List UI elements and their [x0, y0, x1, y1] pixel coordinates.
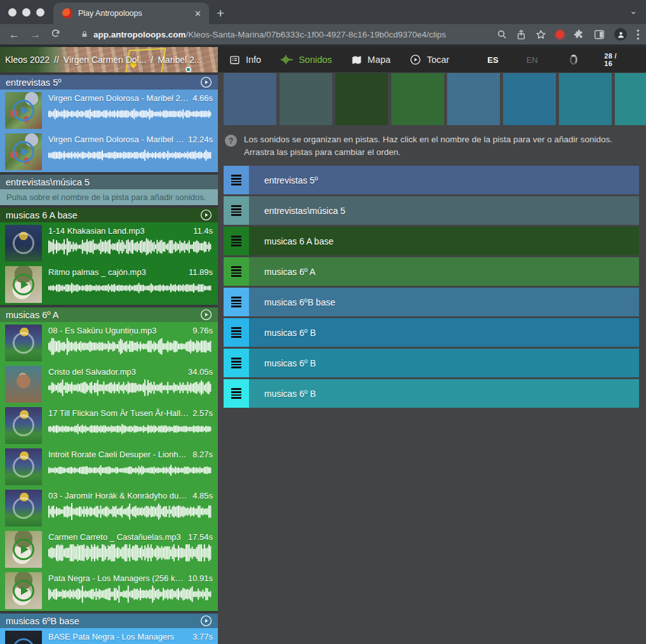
track-color-tile[interactable]: [335, 73, 388, 125]
track-name[interactable]: musicas 6º A: [264, 267, 316, 277]
track-bar[interactable]: musicas 6 A base: [249, 227, 639, 255]
clip-row[interactable]: Introit Rorate Caeli Desuper - Lionheart…: [5, 448, 213, 487]
tab-info[interactable]: Info: [229, 55, 261, 65]
track-section-name[interactable]: entrevistas\música 5: [6, 177, 90, 187]
clip-thumbnail[interactable]: [5, 366, 42, 403]
browser-tab[interactable]: Play Antropoloops ✕: [53, 3, 209, 24]
track-bar[interactable]: musicas 6º B: [249, 318, 639, 347]
window-controls[interactable]: [0, 0, 53, 24]
breadcrumb-album[interactable]: Virgen Carmen Dol...: [64, 55, 146, 65]
clip-thumbnail[interactable]: [5, 133, 42, 170]
forward-button[interactable]: →: [30, 29, 41, 40]
share-icon[interactable]: [516, 29, 526, 40]
track-row[interactable]: musicas 6 A base: [224, 227, 639, 255]
track-drag-handle[interactable]: [224, 227, 249, 255]
track-drag-handle[interactable]: [224, 318, 249, 347]
track-section-header[interactable]: entrevistas 5º: [0, 75, 218, 90]
track-play-icon[interactable]: [200, 209, 212, 221]
close-window-button[interactable]: [8, 8, 17, 17]
zoom-window-button[interactable]: [36, 8, 44, 17]
clip-row[interactable]: 17 Till Flickan Som Är Tusen År-Halling …: [5, 407, 213, 446]
clip-play-overlay-icon[interactable]: [13, 580, 34, 601]
clip-play-overlay-icon[interactable]: [13, 539, 34, 560]
track-drag-handle[interactable]: [224, 379, 249, 408]
track-drag-handle[interactable]: [224, 257, 249, 286]
lang-en-button[interactable]: EN: [527, 55, 538, 65]
tab-mapa[interactable]: Mapa: [351, 55, 391, 65]
tab-search-chevron-icon[interactable]: ⌄: [629, 6, 637, 16]
track-bar[interactable]: entrevistas 5º: [249, 166, 639, 194]
clip-title[interactable]: Pata Negra - Los Managers (256 kbps).mp3: [48, 574, 184, 583]
track-name[interactable]: musicas 6º B: [264, 389, 316, 399]
clip-thumbnail[interactable]: [5, 572, 42, 609]
zoom-search-icon[interactable]: [497, 29, 507, 39]
clip-play-overlay-icon[interactable]: [13, 638, 34, 644]
clip-row[interactable]: Virgen Carmen Dolorosa - Maribel 2.mp312…: [5, 133, 213, 172]
track-bar[interactable]: musicas 6ºB base: [249, 288, 639, 316]
map-preview-strip[interactable]: Kleos 2022 // Virgen Carmen Dol... / Mar…: [0, 47, 218, 72]
clip-title[interactable]: Cristo del Salvador.mp3: [48, 367, 136, 377]
extensions-puzzle-icon[interactable]: [574, 29, 584, 40]
track-name[interactable]: musicas 6º B: [264, 328, 316, 338]
clip-title[interactable]: Introit Rorate Caeli Desuper - Lionheart…: [48, 450, 189, 459]
record-extension-icon[interactable]: [556, 30, 564, 39]
reload-button[interactable]: [51, 29, 60, 40]
track-drag-handle[interactable]: [224, 196, 249, 225]
clip-play-overlay-icon[interactable]: [13, 497, 34, 519]
breadcrumb-item[interactable]: Maribel 2...: [158, 55, 201, 65]
clip-title[interactable]: 17 Till Flickan Som Är Tusen År-Halling …: [48, 408, 189, 418]
breadcrumb[interactable]: Kleos 2022 // Virgen Carmen Dol... / Mar…: [5, 47, 201, 72]
track-name[interactable]: musicas 6 A base: [264, 236, 333, 246]
track-play-icon[interactable]: [200, 76, 212, 88]
clip-row[interactable]: 03 - Jaromír Horák & Konrádyho dudácká .…: [5, 490, 213, 528]
clip-thumbnail[interactable]: [5, 266, 42, 303]
clip-thumbnail[interactable]: [5, 490, 42, 527]
track-section-name[interactable]: musicas 6ºB base: [6, 616, 79, 626]
track-row[interactable]: entrevistas\música 5: [224, 196, 639, 225]
back-button[interactable]: ←: [9, 29, 20, 40]
track-play-icon[interactable]: [200, 309, 212, 321]
tab-tocar[interactable]: Tocar: [410, 54, 449, 65]
profile-avatar[interactable]: [614, 28, 627, 41]
track-row[interactable]: musicas 6º B: [224, 349, 639, 377]
clip-title[interactable]: Carmen Carreto _ Castañuelas.mp3: [48, 532, 181, 542]
track-bar[interactable]: entrevistas\música 5: [249, 196, 639, 225]
track-row[interactable]: musicas 6º A: [224, 257, 639, 286]
clip-title[interactable]: BASE Pata Negra - Los Managers: [48, 632, 174, 641]
track-color-tile[interactable]: [615, 73, 646, 125]
track-color-tile[interactable]: [391, 73, 444, 125]
track-section-header[interactable]: musicas 6ºB base: [0, 614, 218, 628]
clip-title[interactable]: 03 - Jaromír Horák & Konrádyho dudácká .…: [48, 491, 189, 500]
track-drag-handle[interactable]: [224, 349, 249, 377]
track-name[interactable]: entrevistas\música 5: [264, 206, 346, 216]
track-row[interactable]: musicas 6º B: [224, 379, 639, 408]
lang-es-button[interactable]: ES: [487, 55, 498, 65]
clip-play-overlay-icon[interactable]: [13, 232, 34, 254]
clip-row[interactable]: Ritmo palmas _ cajón.mp311.89s: [5, 266, 213, 305]
track-color-tile[interactable]: [224, 73, 276, 125]
address-bar[interactable]: app.antropoloops.com/Kleos-Santa-Marina/…: [71, 30, 487, 39]
track-color-tile[interactable]: [559, 73, 612, 125]
clip-title[interactable]: 08 - Es Sakūru Uguntiņu.mp3: [48, 326, 157, 335]
clip-row[interactable]: Virgen Carmen Dolorosa - Maribel 2.mp34.…: [5, 92, 213, 131]
track-drag-handle[interactable]: [224, 288, 249, 316]
track-section-name[interactable]: entrevistas 5º: [6, 77, 62, 88]
track-bar[interactable]: musicas 6º B: [249, 349, 639, 377]
clip-play-overlay-icon[interactable]: [13, 100, 34, 121]
side-panel-icon[interactable]: [594, 30, 605, 39]
clip-thumbnail[interactable]: [5, 407, 42, 444]
clip-play-overlay-icon[interactable]: [13, 141, 34, 163]
clip-thumbnail[interactable]: [5, 92, 42, 129]
clip-title[interactable]: Virgen Carmen Dolorosa - Maribel 2.mp3: [48, 93, 189, 103]
clip-thumbnail[interactable]: [5, 631, 42, 644]
track-row[interactable]: musicas 6ºB base: [224, 288, 639, 316]
track-color-tile[interactable]: [503, 73, 556, 125]
kebab-menu-icon[interactable]: [636, 29, 640, 40]
track-section-header[interactable]: musicas 6º A: [0, 307, 218, 322]
clip-row[interactable]: 1-14 Khakasian Land.mp311.4s: [5, 225, 213, 264]
track-color-tile[interactable]: [447, 73, 500, 125]
track-section-name[interactable]: musicas 6 A base: [6, 210, 77, 220]
tab-sonidos[interactable]: Sonidos: [280, 55, 332, 65]
track-section-name[interactable]: musicas 6º A: [6, 310, 58, 320]
new-tab-button[interactable]: +: [217, 6, 224, 21]
